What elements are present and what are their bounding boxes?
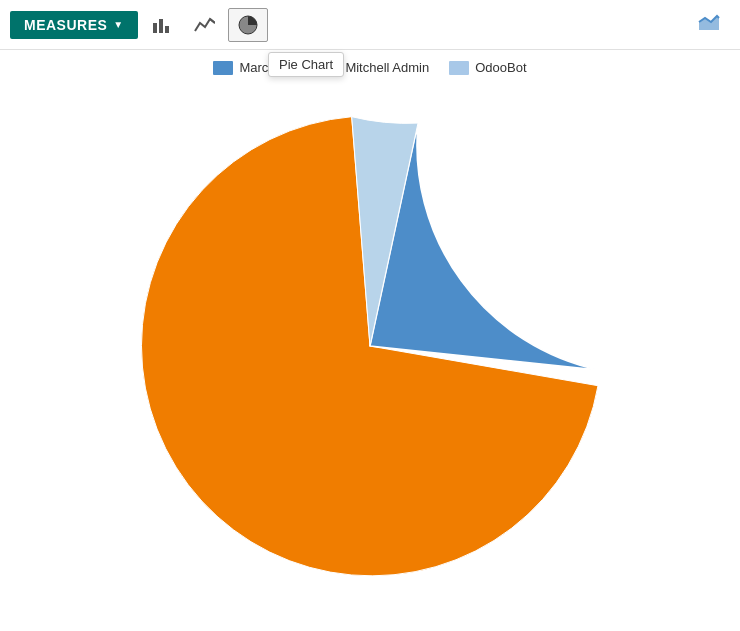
legend-color-odoobot	[449, 61, 469, 75]
legend-item-mitchell: Mitchell Admin	[319, 60, 429, 75]
legend-color-marc	[213, 61, 233, 75]
area-chart-icon	[697, 12, 721, 32]
svg-rect-0	[153, 23, 157, 33]
legend-label-mitchell: Mitchell Admin	[345, 60, 429, 75]
line-chart-button[interactable]	[184, 9, 224, 41]
legend-label-odoobot: OdooBot	[475, 60, 526, 75]
legend-color-mitchell	[319, 61, 339, 75]
pie-chart-svg	[110, 91, 630, 581]
bar-chart-icon	[151, 15, 171, 35]
line-chart-icon	[193, 15, 215, 35]
svg-rect-1	[159, 19, 163, 33]
legend-item-odoobot: OdooBot	[449, 60, 526, 75]
legend-label-marc: Marc Dem	[239, 60, 299, 75]
pie-chart-icon	[237, 14, 259, 36]
bar-chart-button[interactable]	[142, 9, 180, 41]
toolbar: MEASURES ▼ Pie Chart	[0, 0, 740, 50]
measures-button[interactable]: MEASURES ▼	[10, 11, 138, 39]
legend-item-marc: Marc Dem	[213, 60, 299, 75]
measures-label: MEASURES	[24, 17, 107, 33]
svg-rect-2	[165, 26, 169, 33]
chart-legend: Marc Dem Mitchell Admin OdooBot	[0, 50, 740, 81]
pie-chart-button[interactable]	[228, 8, 268, 42]
measures-arrow: ▼	[113, 19, 123, 30]
area-chart-button[interactable]	[688, 6, 730, 43]
chart-container	[0, 81, 740, 591]
